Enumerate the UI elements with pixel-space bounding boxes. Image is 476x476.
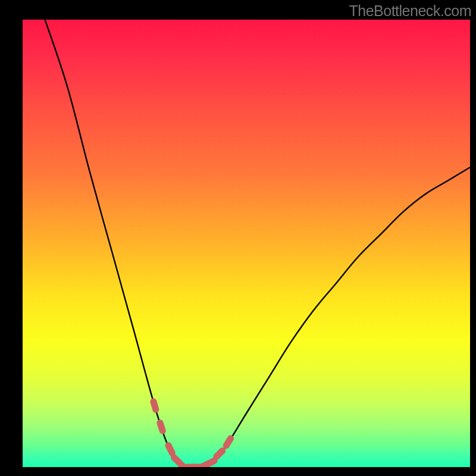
watermark-text: TheBottleneck.com [349, 2, 472, 20]
svg-line-11 [226, 439, 230, 446]
svg-line-10 [217, 450, 223, 456]
svg-line-2 [160, 423, 162, 431]
svg-line-1 [154, 402, 156, 409]
plot-area [23, 20, 470, 467]
svg-line-3 [168, 446, 172, 453]
svg-line-9 [207, 461, 215, 464]
bottleneck-curve [23, 20, 470, 467]
